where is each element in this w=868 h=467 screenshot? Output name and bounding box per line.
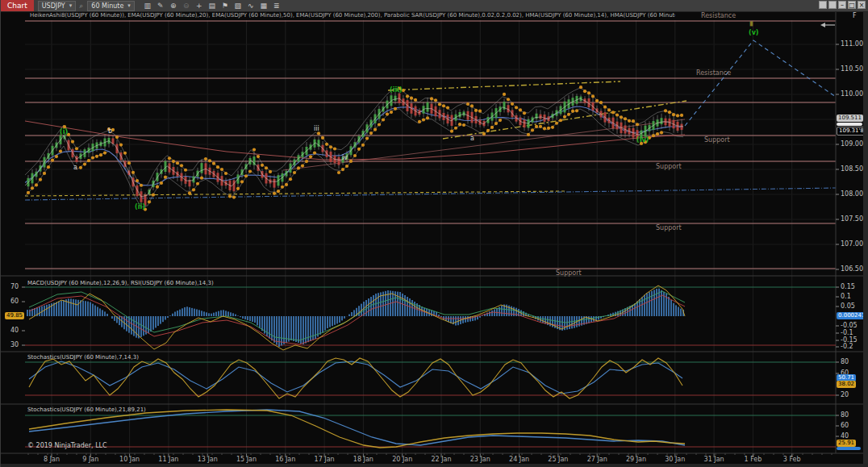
- search-icon[interactable]: ⌕: [79, 2, 83, 10]
- alerts-flag-icon[interactable]: ⚑: [219, 0, 232, 11]
- toolbar: Chart USDJPY ▾ ⌕ 60 Minute ▾ ▥✎⊕⊖+▤⚑▧∿▦≣…: [1, 0, 868, 12]
- zoom-in-icon[interactable]: ⊕: [167, 0, 180, 11]
- chart-trader-icon[interactable]: ▦: [257, 0, 270, 11]
- chevron-down-icon: ▾: [69, 2, 73, 10]
- restore-button[interactable]: □: [848, 1, 856, 9]
- bottom-window-border: [1, 464, 868, 467]
- gridlines: [25, 20, 836, 457]
- left-arrow-icon: [820, 23, 825, 27]
- properties-icon[interactable]: ≣: [270, 0, 283, 11]
- trendline-icon[interactable]: ∿: [244, 0, 257, 11]
- minimize-button[interactable]: –: [838, 1, 846, 9]
- toolbar-icons: ▥✎⊕⊖+▤⚑▧∿▦≣: [141, 0, 283, 11]
- interval-value: 60 Minute: [91, 2, 123, 10]
- chevron-down-icon: ▾: [127, 2, 131, 10]
- right-scrollbar[interactable]: [863, 10, 868, 464]
- instrument-value: USDJPY: [42, 2, 65, 10]
- close-button[interactable]: ×: [858, 1, 866, 9]
- data-series-icon[interactable]: ▤: [206, 0, 219, 11]
- chart-canvas[interactable]: [1, 0, 868, 467]
- chart-style-icon[interactable]: ▥: [141, 0, 154, 11]
- interval-dropdown[interactable]: 60 Minute ▾: [87, 1, 135, 11]
- chart-tab[interactable]: Chart: [1, 0, 34, 11]
- chart-graphics: [1, 0, 868, 467]
- chart-window: Chart USDJPY ▾ ⌕ 60 Minute ▾ ▥✎⊕⊖+▤⚑▧∿▦≣…: [0, 0, 868, 467]
- window-buttons: –□×: [819, 1, 866, 9]
- draw-icon[interactable]: ✎: [154, 0, 167, 11]
- indicators-icon[interactable]: ▧: [232, 0, 244, 11]
- instrument-dropdown[interactable]: USDJPY ▾: [38, 1, 77, 11]
- candles-layer: [25, 91, 683, 207]
- toolbar-blank-button-2[interactable]: [828, 1, 837, 9]
- zoom-out-icon: ⊖: [180, 0, 193, 11]
- crosshair-icon[interactable]: +: [193, 0, 206, 11]
- toolbar-blank-button-1[interactable]: [819, 1, 827, 9]
